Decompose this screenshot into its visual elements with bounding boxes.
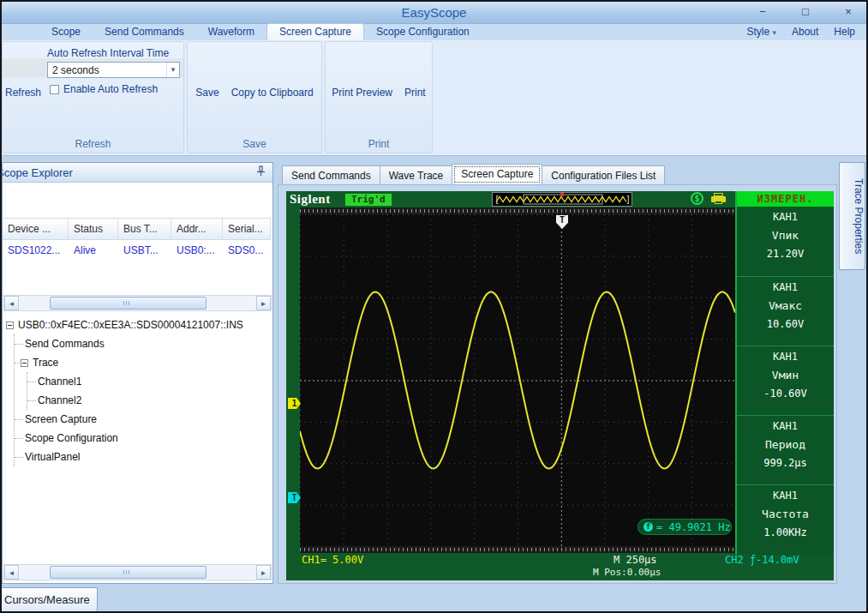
menu-item-scope-configuration[interactable]: Scope Configuration (364, 24, 482, 40)
col-header-address[interactable]: Addr... (171, 218, 223, 240)
device-table: Device ... Status Bus T... Addr... Seria… (3, 218, 272, 261)
measurement-vmin: КАН1 Vмин -10.60V (737, 346, 834, 415)
ribbon-group-print: Print Preview Print Print (325, 41, 433, 153)
measurement-frequency: КАН1 Частота 1.00KHz (737, 484, 834, 554)
print-preview-button[interactable]: Print Preview (332, 87, 392, 99)
explorer-blank (3, 261, 272, 295)
save-button[interactable]: Save (195, 87, 218, 99)
measurement-period: КАН1 Период 999.2µs (737, 415, 834, 484)
oscilloscope-screenshot: Siglent Trig'd [] $ T f = 49.9021 Hz (286, 191, 834, 580)
ch1-scale: CH1= 5.00V (302, 554, 363, 566)
tree-horizontal-scrollbar[interactable]: ◄ ► (3, 564, 272, 580)
device-tree: USB0::0xF4EC::0xEE3A::SDS00004121007::IN… (3, 311, 272, 564)
menu-item-about[interactable]: About (786, 24, 824, 40)
cell-serial[interactable]: SDS0... (223, 240, 271, 261)
trigger-status-badge: Trig'd (344, 193, 392, 207)
tab-trace-properties[interactable]: Trace Properties (839, 162, 865, 270)
scroll-right-icon[interactable]: ► (256, 296, 271, 310)
tree-root[interactable]: USB0::0xF4EC::0xEE3A::SDS00004121007::IN… (6, 316, 272, 334)
copy-to-clipboard-button[interactable]: Copy to Clipboard (231, 87, 314, 99)
measure-header: ИЗМЕРЕН. (737, 191, 834, 207)
table-horizontal-scrollbar[interactable]: ◄ ► (3, 295, 272, 311)
scope-status-bar: CH1= 5.00V M 250µs CH2 ƒ-14.0mV M Pos:0.… (286, 552, 834, 580)
trigger-position-readout: M Pos:0.00µs (593, 567, 661, 578)
scrollbar-thumb[interactable] (50, 297, 207, 310)
col-header-bus-type[interactable]: Bus T... (118, 218, 171, 240)
tree-item-channel2[interactable]: Channel2 (27, 391, 272, 410)
svg-text:[: [ (494, 195, 500, 204)
menu-item-send-commands[interactable]: Send Commands (93, 24, 196, 40)
explorer-blank (3, 183, 272, 218)
scrollbar-track[interactable] (19, 565, 256, 580)
cell-bus-type[interactable]: USBT... (118, 240, 171, 261)
menu-bar: Scope Send Commands Waveform Screen Capt… (2, 24, 866, 40)
tree-item-scope-configuration[interactable]: Scope Configuration (15, 429, 272, 448)
scrollbar-thumb[interactable] (50, 566, 207, 579)
dollar-icon: $ (691, 192, 703, 205)
interval-value: 2 seconds (48, 64, 166, 76)
scope-explorer-title: Scope Explorer (2, 166, 73, 179)
col-header-device[interactable]: Device ... (3, 218, 69, 240)
frequency-counter: f = 49.9021 Hz (638, 519, 732, 535)
timebase: M 250µs (614, 554, 657, 566)
printer-icon (711, 193, 726, 204)
cell-address[interactable]: USB0:... (171, 240, 223, 261)
scroll-left-icon[interactable]: ◄ (4, 565, 19, 580)
tree-item-send-commands[interactable]: Send Commands (15, 334, 272, 353)
ribbon-group-refresh: Refresh Auto Refresh Interval Time 2 sec… (2, 41, 184, 153)
tree-root-label: USB0::0xF4EC::0xEE3A::SDS00004121007::IN… (18, 316, 243, 334)
enable-auto-refresh-checkbox[interactable] (50, 85, 59, 94)
interval-select[interactable]: 2 seconds ▾ (47, 62, 180, 78)
enable-auto-refresh-label: Enable Auto Refresh (63, 83, 158, 95)
tab-screen-capture[interactable]: Screen Capture (452, 164, 542, 185)
print-button[interactable]: Print (404, 87, 426, 99)
workspace: Scope Explorer Device ... Status Bus T..… (2, 156, 866, 612)
channel1-level-marker: 1 (288, 398, 301, 409)
scrollbar-track[interactable] (19, 296, 256, 310)
cell-device[interactable]: SDS1022... (3, 240, 69, 261)
measurement-vpk: КАН1 Vпик 21.20V (737, 207, 834, 276)
svg-text:]: ] (626, 195, 631, 204)
menu-item-screen-capture[interactable]: Screen Capture (266, 23, 364, 40)
group-caption-print: Print (326, 138, 432, 150)
cell-status[interactable]: Alive (69, 240, 118, 261)
tree-item-trace[interactable]: Trace (15, 353, 272, 372)
minimize-icon[interactable]: − (753, 4, 772, 20)
collapse-icon[interactable] (6, 322, 14, 329)
tree-item-screen-capture[interactable]: Screen Capture (15, 410, 272, 429)
easyscope-window: EasyScope − □ × Scope Send Commands Wave… (0, 0, 868, 613)
measure-panel: ИЗМЕРЕН. КАН1 Vпик 21.20V КАН1 Vмакс 10.… (735, 191, 834, 555)
window-controls: − □ × (753, 4, 858, 20)
top-ruler (300, 207, 735, 214)
interval-label: Auto Refresh Interval Time (47, 47, 169, 59)
group-caption-save: Save (188, 138, 321, 150)
scroll-right-icon[interactable]: ► (256, 565, 271, 580)
style-label: Style (746, 26, 769, 38)
maximize-icon[interactable]: □ (796, 4, 815, 20)
menu-item-scope[interactable]: Scope (39, 24, 93, 40)
frequency-value: = 49.9021 Hz (656, 521, 731, 533)
menu-item-waveform[interactable]: Waveform (196, 24, 266, 40)
tree-item-channel1[interactable]: Channel1 (27, 372, 272, 391)
tab-cursors-measure[interactable]: Cursors/Measure (0, 587, 98, 612)
screen-capture-view: Siglent Trig'd [] $ T f = 49.9021 Hz (278, 184, 837, 584)
col-header-serial[interactable]: Serial... (223, 218, 271, 240)
tab-wave-trace[interactable]: Wave Trace (380, 165, 452, 185)
chevron-down-icon[interactable]: ▾ (166, 63, 179, 77)
tab-configuration-files-list[interactable]: Configuration Files List (542, 165, 665, 185)
close-icon[interactable]: × (839, 4, 858, 20)
group-caption-refresh: Refresh (3, 138, 183, 150)
scroll-left-icon[interactable]: ◄ (4, 296, 19, 310)
tree-item-virtualpanel[interactable]: VirtualPanel (15, 448, 272, 466)
tab-send-commands[interactable]: Send Commands (282, 165, 380, 185)
refresh-button[interactable]: Refresh (5, 87, 41, 99)
scope-explorer-titlebar: Scope Explorer (3, 163, 272, 183)
ch2-trigger-level: CH2 ƒ-14.0mV (725, 554, 799, 566)
collapse-icon[interactable] (21, 359, 28, 367)
menu-item-style[interactable]: Style ▾ (740, 24, 782, 40)
menu-item-help[interactable]: Help (828, 24, 861, 40)
trigger-level-marker: T (288, 492, 301, 503)
waveform-preview: [] (492, 192, 632, 207)
col-header-status[interactable]: Status (69, 218, 118, 240)
pin-icon[interactable] (256, 165, 266, 179)
